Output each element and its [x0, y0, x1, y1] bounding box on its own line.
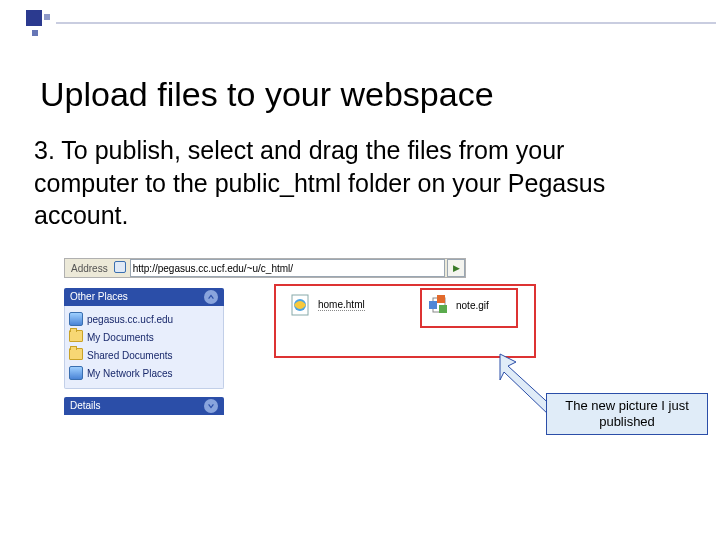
- svg-rect-3: [429, 301, 437, 309]
- ie-document-icon: [288, 292, 314, 318]
- sidebar-item-shared-documents[interactable]: Shared Documents: [69, 346, 219, 364]
- chevron-up-icon: [204, 290, 218, 304]
- sidebar-item-network-places[interactable]: My Network Places: [69, 364, 219, 382]
- image-file-icon: [426, 292, 452, 318]
- slide-body-text: 3. To publish, select and drag the files…: [34, 134, 674, 232]
- sidebar-header-details[interactable]: Details: [64, 397, 224, 415]
- slide-corner-ornament: [26, 10, 62, 46]
- ie-page-icon: [114, 261, 128, 275]
- file-item-note[interactable]: note.gif: [426, 292, 536, 318]
- address-url-input[interactable]: [130, 259, 445, 277]
- sidebar-item-my-documents[interactable]: My Documents: [69, 328, 219, 346]
- slide-title: Upload files to your webspace: [40, 75, 494, 114]
- chevron-down-icon: [204, 399, 218, 413]
- explorer-sidebar: Other Places pegasus.cc.ucf.edu My Docum…: [64, 288, 224, 415]
- svg-rect-5: [439, 305, 447, 313]
- address-label: Address: [65, 263, 112, 274]
- address-bar: Address ▶: [64, 258, 466, 278]
- sidebar-item-pegasus[interactable]: pegasus.cc.ucf.edu: [69, 310, 219, 328]
- svg-rect-4: [437, 295, 445, 303]
- file-label: note.gif: [456, 300, 489, 311]
- file-label: home.html: [318, 299, 365, 311]
- explorer-screenshot: Address ▶ home.html note.gif Other Place…: [60, 258, 545, 438]
- sidebar-header-other-places[interactable]: Other Places: [64, 288, 224, 306]
- callout-box: The new picture I just published: [546, 393, 708, 435]
- callout-text: The new picture I just published: [553, 398, 701, 429]
- sidebar-body-other-places: pegasus.cc.ucf.edu My Documents Shared D…: [64, 306, 224, 389]
- sidebar-header-label: Other Places: [70, 288, 128, 306]
- file-item-home[interactable]: home.html: [288, 292, 398, 318]
- sidebar-header-label: Details: [70, 397, 101, 415]
- go-button[interactable]: ▶: [447, 259, 465, 277]
